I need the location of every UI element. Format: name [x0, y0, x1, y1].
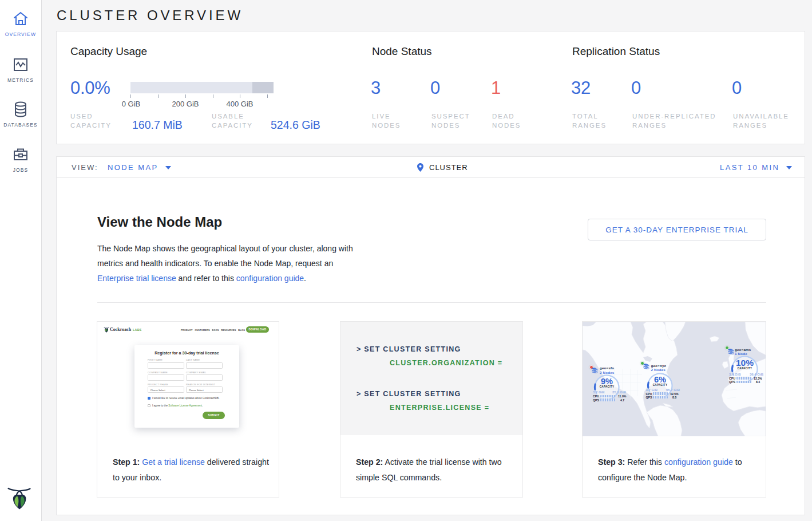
svg-text:9%: 9% [601, 377, 613, 386]
svg-text:10%: 10% [736, 358, 754, 368]
svg-text:CAPACITY: CAPACITY [600, 385, 615, 388]
svg-text:CAPACITY: CAPACITY [738, 367, 752, 370]
svg-text:6%: 6% [654, 374, 666, 384]
svg-text:CAPACITY: CAPACITY [652, 383, 667, 386]
